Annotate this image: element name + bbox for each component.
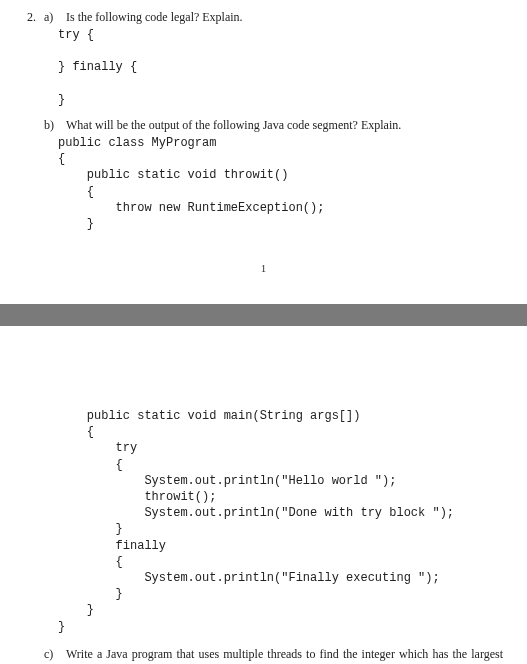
top-whitespace <box>24 336 503 406</box>
question-2a: 2. a) Is the following code legal? Expla… <box>24 10 503 108</box>
code-block-a: try { } finally { } <box>58 27 503 108</box>
part-letter-b: b) <box>44 118 58 133</box>
question-text-b: What will be the output of the following… <box>66 118 503 133</box>
part-letter-a: a) <box>44 10 58 25</box>
page-number: 1 <box>24 262 503 274</box>
part-letter-c: c) <box>44 647 58 662</box>
question-2b: b) What will be the output of the follow… <box>24 118 503 232</box>
question-2c: c) Write a Java program that uses multip… <box>24 647 503 664</box>
question-2b-continued: public static void main(String args[]) {… <box>24 408 503 635</box>
question-text-a: Is the following code legal? Explain. <box>66 10 503 25</box>
code-block-b-top: public class MyProgram { public static v… <box>58 135 503 232</box>
page-bottom: public static void main(String args[]) {… <box>0 326 527 664</box>
question-text-c: Write a Java program that uses multiple … <box>66 647 503 664</box>
question-number: 2. <box>24 10 36 25</box>
page-separator <box>0 304 527 326</box>
code-block-b-bottom: public static void main(String args[]) {… <box>58 408 503 635</box>
page-top: 2. a) Is the following code legal? Expla… <box>0 0 527 304</box>
